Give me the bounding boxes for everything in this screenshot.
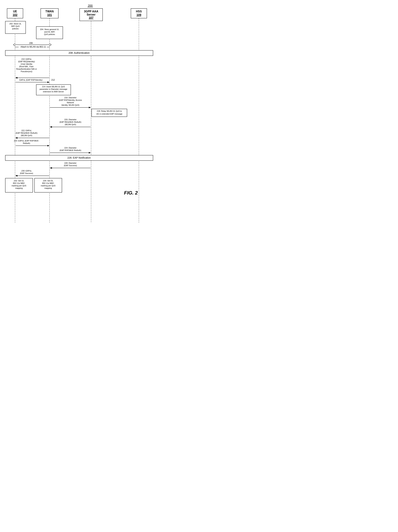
note-202-text3: policies bbox=[12, 28, 19, 30]
232-text4: mapping bbox=[15, 187, 23, 189]
234-text2: 802.11e MAC bbox=[42, 182, 54, 184]
224-text2: (EAP RSP/AKA'-ReAuth) bbox=[60, 149, 81, 151]
228-text1: 228: Diameter bbox=[64, 162, 77, 164]
210-text2: (EAP REQ/Identity) bbox=[18, 60, 35, 63]
234-text3: marking per QoS bbox=[41, 184, 55, 187]
216-text2: (EAP RSP/Identity, Access bbox=[59, 99, 82, 101]
note-202-text1: 202: Store UL bbox=[9, 23, 21, 25]
220-text3: (WLAN QoS) bbox=[65, 123, 76, 126]
234-text1: 234: Set DL bbox=[43, 180, 53, 182]
212-label: 212 bbox=[51, 79, 55, 81]
hss-number: 109 bbox=[137, 13, 141, 16]
224-text1: 224: Diameter bbox=[64, 147, 77, 149]
210-text4: (Root-NAI , Fast- bbox=[19, 65, 34, 68]
210-text1: 210: EAPoL bbox=[21, 58, 32, 60]
diagram-svg: 200 UE 102 TWAN 101 3GPP AAA Server 107 … bbox=[4, 4, 156, 226]
ue-number: 102 bbox=[13, 13, 18, 16]
aaa-label2: Server bbox=[87, 13, 96, 16]
220-text2: (EAP REQ/AKA'-ReAuth) bbox=[59, 121, 81, 123]
ue-label: UE bbox=[13, 10, 17, 13]
210-text3: (User Identity bbox=[21, 63, 32, 65]
206-left-arrow bbox=[13, 44, 15, 46]
note-204-text1: 204: Store general UL bbox=[40, 28, 59, 30]
234-text4: mapping bbox=[45, 187, 52, 189]
twan-label: TWAN bbox=[45, 10, 54, 13]
218-text2: UE in extended EAP message bbox=[96, 113, 122, 115]
222-text2: (EAP REQ/AKA'-ReAuth) bbox=[16, 132, 38, 134]
232-text1: 232: Set UL bbox=[14, 180, 24, 182]
214-text3: extension to AAA Server bbox=[43, 90, 64, 93]
218-text1: 218: Relay WLAN UL QoS to bbox=[97, 110, 122, 112]
222-text3: (WLAN QoS) bbox=[21, 134, 32, 137]
ref-200: 200 bbox=[88, 4, 93, 7]
note-204-text2: and DL WiFi bbox=[44, 31, 55, 33]
223-text1: 223: EAPoL (EAP RSP/AKA'- bbox=[14, 140, 39, 142]
228-text2: (EAP Success) bbox=[64, 165, 77, 166]
216-text4: Identity, WLAN QoS) bbox=[61, 104, 79, 106]
span-208-text: 208: Authentication bbox=[68, 51, 90, 54]
220-text1: 220: Diameter bbox=[64, 119, 77, 120]
twan-number: 101 bbox=[47, 13, 52, 16]
206-right-arrow bbox=[50, 44, 51, 46]
230-text2: (EAP Success) bbox=[20, 172, 33, 174]
230-text1: 230: EAPoL bbox=[21, 170, 32, 172]
aaa-number: 107 bbox=[89, 16, 94, 19]
214-text2: parameter in Diameter message bbox=[39, 88, 67, 90]
label-206: 206 bbox=[29, 42, 33, 44]
sequence-diagram: 200 UE 102 TWAN 101 3GPP AAA Server 107 … bbox=[0, 0, 159, 230]
fig-label: FIG. 2 bbox=[124, 190, 138, 196]
222-text1: 222: EAPoL bbox=[21, 129, 32, 132]
210-text6: Pseudonym)) bbox=[21, 70, 32, 72]
note-204-text3: QoS policies bbox=[44, 33, 55, 35]
216-text1: 216: Diameter bbox=[64, 96, 77, 99]
212-text: EAPoL (EAP RSP/Identity) bbox=[19, 79, 42, 81]
aaa-label1: 3GPP AAA bbox=[84, 10, 98, 13]
210-text5: Reauthentication NAI or bbox=[16, 68, 37, 70]
note-202-text2: WiFi QoS bbox=[11, 25, 19, 27]
206-text: Attach to WLAN via 802.11 bbox=[20, 46, 46, 48]
hss-label: HSS bbox=[136, 10, 142, 13]
216-text3: Network bbox=[67, 101, 74, 104]
223-text2: ReAuth) bbox=[23, 142, 30, 144]
214-text1: 214: Insert WLAN UL QoS bbox=[42, 86, 65, 88]
232-text2: 802.11e MAC bbox=[13, 182, 25, 184]
232-text3: marking per QoS bbox=[12, 184, 26, 187]
span-226-text: 226: EAP Notification bbox=[67, 156, 91, 159]
